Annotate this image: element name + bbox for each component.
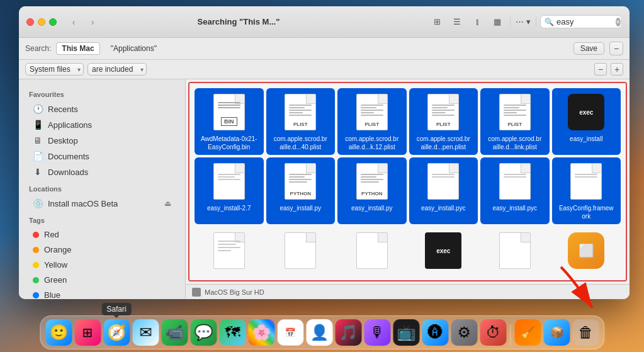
dock-item-maps[interactable]: 🗺 [219,319,246,346]
file-item-generic3[interactable] [337,227,407,277]
file-name-plist1: com.apple.scrod.braille.d...40.plist [272,135,329,151]
dock-item-migrate[interactable]: 📦 [543,319,570,346]
eject-icon[interactable]: ⏏ [164,199,171,208]
hd-label: MacOS Big Sur HD [205,288,264,296]
filter1-wrapper: System files [25,63,84,76]
sidebar-item-tag-green[interactable]: Green [23,273,181,287]
finder-window: ‹ › Searching "This M..." ⊞ ☰ ⫿ ▦ ⋯ ▾ 🔍 … [19,6,630,299]
dock-item-cleanup[interactable]: 🧹 [514,319,541,346]
dock-item-contacts[interactable]: 👤 [306,319,332,346]
file-name-bin: AwdMetadata-0x21-EasyConfig.bin [201,135,257,151]
filter2-wrapper: are included [88,63,147,76]
sidebar-item-documents[interactable]: 📄 Documents [23,149,181,164]
sidebar-item-desktop[interactable]: 🖥 Desktop [23,133,181,148]
file-item-plist3[interactable]: PLIST com.apple.scrod.braille.d...pen.pl… [409,88,478,155]
file-name-framework: EasyConfig.framework [558,204,614,220]
bin-icon-wrapper: BIN [209,92,249,132]
sidebar-item-tag-red[interactable]: Red [23,227,181,242]
filter-plus-btn[interactable]: + [611,63,623,76]
dock-item-screentime[interactable]: ⏱ [480,319,506,346]
sidebar-item-tag-blue[interactable]: Blue [23,288,181,299]
sidebar-item-install-macos[interactable]: 💿 Install macOS Beta ⏏ [23,196,181,211]
file-item-orange-app[interactable]: ⬜ [552,227,621,277]
sidebar-item-downloads[interactable]: ⬇ Downloads [23,164,181,179]
sidebar-item-tag-orange[interactable]: Orange [23,242,181,257]
dock-item-trash[interactable]: 🗑 [572,319,599,346]
file-item-python2[interactable]: PYTHON easy_install.py [337,157,407,224]
file-item-framework[interactable]: EasyConfig.framework [552,157,621,224]
more-btn[interactable]: ⋯ ▾ [514,13,532,31]
exec1-text: exec [579,109,593,116]
toolbar-divider [510,17,511,27]
search-clear-btn[interactable]: ✕ [616,18,621,26]
dock-item-photos[interactable]: 🌸 [248,319,274,346]
sidebar-item-tag-yellow[interactable]: Yellow [23,258,181,272]
bin-label: BIN [221,117,237,126]
exec2-icon: exec [425,232,461,269]
file-item-python1[interactable]: PYTHON easy_install.py [266,157,336,224]
save-button[interactable]: Save [573,42,604,55]
minimize-button[interactable] [38,18,45,26]
grid-view-btn[interactable]: ⊞ [428,13,446,31]
file-item-generic2[interactable] [266,227,336,277]
dock-item-finder[interactable]: 🙂 [45,319,72,346]
dock-item-appstore[interactable]: 🅐 [422,319,448,346]
scope-applications-btn[interactable]: "Applications" [105,42,162,55]
dock-item-systemprefs[interactable]: ⚙ [451,319,477,346]
sidebar-item-recents[interactable]: 🕐 Recents [23,101,181,116]
search-input[interactable] [556,17,613,26]
dock-item-safari[interactable]: Safari 🧭 [103,319,130,346]
filter2-select[interactable]: are included [88,63,147,76]
file-name-exec1: easy_install [570,135,602,143]
maps-icon: 🗺 [225,324,240,341]
plist2-label-text: PLIST [357,122,387,127]
gallery-view-btn[interactable]: ▦ [489,13,506,31]
file-name-python2: easy_install.py [351,204,393,212]
dock-item-messages[interactable]: 💬 [190,319,217,346]
plist2-icon-wrapper: PLIST [352,92,392,132]
dock-item-appletv[interactable]: 📺 [393,319,419,346]
file-item-exec1[interactable]: exec easy_install [552,88,621,155]
filter1-select[interactable]: System files [25,63,84,76]
file-item-generic4[interactable] [480,227,550,277]
screentime-icon: ⏱ [485,324,500,341]
plist3-icon-wrapper: PLIST [423,92,463,132]
scope-this-mac-btn[interactable]: This Mac [56,42,99,55]
dock-item-calendar[interactable]: 📅 [277,319,303,346]
orange-app-icon: ⬜ [568,232,604,269]
close-button[interactable] [26,18,34,26]
systemprefs-icon: ⚙ [457,324,471,341]
plist2-icon: PLIST [356,94,388,130]
file-item-text1[interactable] [195,227,264,277]
file-item-generic1[interactable]: easy_install-2.7 [195,157,264,224]
file-item-plist2[interactable]: PLIST com.apple.scrod.braille.d...k.12.p… [337,88,407,155]
sidebar-item-applications[interactable]: 📱 Applications [23,117,181,132]
cleanup-icon: 🧹 [521,326,534,339]
file-item-pyc1[interactable]: easy_install.pyc [409,157,478,224]
dock-item-music[interactable]: 🎵 [335,319,361,346]
file-name-python1: easy_install.py [280,204,321,212]
save-minus-btn[interactable]: − [609,42,623,55]
facetime-icon: 📹 [165,324,184,341]
tag-yellow-label: Yellow [44,260,67,270]
dock-item-launchpad[interactable]: ⊞ [74,319,101,346]
dock-item-mail[interactable]: ✉ [132,319,159,346]
filter-minus-btn[interactable]: − [594,63,607,76]
photos-icon: 🌸 [252,324,271,341]
python1-icon-wrapper: PYTHON [280,161,320,202]
desktop-icon: 🖥 [33,135,43,145]
file-item-plist1[interactable]: PLIST com.apple.scrod.braille.d...40.pli… [266,88,336,155]
tag-blue-dot [33,292,39,298]
file-item-exec2[interactable]: exec [409,227,478,277]
framework-icon [570,163,602,200]
list-view-btn[interactable]: ☰ [448,13,466,31]
file-item-pyc2[interactable]: easy_install.pyc [480,157,550,224]
column-view-btn[interactable]: ⫿ [468,13,486,31]
file-item-bin[interactable]: BIN AwdMetadata-0x21-EasyConfig.bin [195,88,264,155]
toolbar-icons: ⊞ ☰ ⫿ ▦ ⋯ ▾ 🔍 ✕ [428,13,622,31]
file-item-plist4[interactable]: PLIST com.apple.scrod.braille.d...link.p… [480,88,550,155]
dock-item-facetime[interactable]: 📹 [161,319,188,346]
hd-icon [192,288,201,297]
dock-item-podcasts[interactable]: 🎙 [364,319,390,346]
tag-orange-label: Orange [44,245,71,254]
